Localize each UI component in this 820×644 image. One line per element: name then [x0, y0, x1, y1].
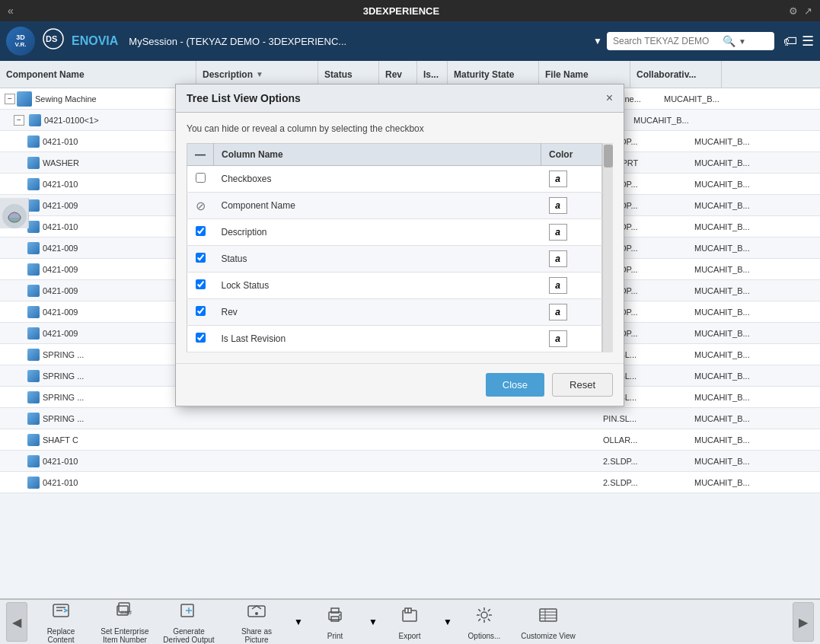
- print-dropdown-arrow[interactable]: ▼: [369, 617, 376, 627]
- col-header-name: Column Name: [214, 144, 541, 166]
- table-row[interactable]: SPRING ... PIN.SL... MUCAHIT_B...: [0, 408, 820, 429]
- search-input[interactable]: [613, 36, 719, 46]
- islast-checkbox[interactable]: [196, 333, 206, 343]
- set-enterprise-item-number-label: Set EnterpriseItem Number: [101, 627, 148, 644]
- component-icon: [27, 157, 40, 169]
- settings-icon[interactable]: ⚙: [789, 5, 798, 17]
- color-button[interactable]: a: [549, 277, 567, 294]
- bottom-toolbar: ◀ ReplaceContent ### Set EnterpriseItem …: [0, 598, 820, 644]
- table-row[interactable]: 0421-010 2.SLDP... MUCAHIT_B...: [0, 451, 820, 472]
- color-button[interactable]: a: [549, 250, 567, 267]
- list-item: ⊘ Component Name a: [187, 193, 602, 219]
- session-label: MySession - (TEKYAZ DEMO - 3DEXPERIENC..…: [129, 36, 585, 47]
- checkboxes-checkbox[interactable]: [196, 173, 206, 183]
- modal-header: Tree List View Options ×: [176, 84, 624, 113]
- external-icon[interactable]: ↗: [804, 5, 812, 17]
- expand-btn[interactable]: −: [14, 115, 24, 126]
- component-icon: [27, 413, 40, 425]
- color-button[interactable]: a: [549, 330, 567, 347]
- component-icon: [27, 178, 40, 190]
- modal-table-area: — Column Name Color: [187, 143, 613, 352]
- component-icon: [27, 327, 40, 340]
- color-button[interactable]: a: [549, 304, 567, 320]
- generate-derived-output-label: GenerateDerived Output: [163, 627, 214, 644]
- column-label: Is Last Revision: [222, 333, 286, 344]
- component-icon: [27, 135, 40, 148]
- replace-content-button[interactable]: ReplaceContent: [30, 602, 91, 642]
- filter-icon[interactable]: ▼: [256, 70, 263, 78]
- column-name-cell: Rev: [214, 299, 541, 326]
- checkbox-cell: [187, 246, 214, 273]
- component-icon: [27, 434, 40, 446]
- modal-scrollbar[interactable]: [602, 143, 613, 352]
- search-dropdown-icon[interactable]: ▼: [739, 37, 746, 46]
- print-button[interactable]: Print: [305, 602, 365, 642]
- svg-point-13: [339, 614, 340, 616]
- checkbox-cell: [187, 166, 214, 193]
- title-bar: « 3DEXPERIENCE ⚙ ↗: [0, 0, 820, 21]
- main-area: Component Name Description ▼ Status Rev …: [0, 61, 820, 598]
- list-item: Description a: [187, 219, 602, 246]
- modal-close-button[interactable]: ×: [606, 92, 613, 104]
- customize-view-button[interactable]: Customize View: [518, 602, 579, 642]
- hamburger-icon[interactable]: ☰: [802, 33, 814, 49]
- dash-icon: —: [195, 148, 206, 161]
- column-name-cell: Is Last Revision: [214, 326, 541, 352]
- color-cell: a: [541, 273, 602, 299]
- close-button[interactable]: Close: [486, 373, 544, 397]
- share-as-picture-button[interactable]: Share asPicture: [222, 602, 291, 642]
- export-dropdown-arrow[interactable]: ▼: [443, 617, 451, 627]
- component-icon: [27, 199, 40, 212]
- options-icon: [474, 604, 495, 630]
- lockstatus-checkbox[interactable]: [196, 279, 206, 289]
- modal-footer: Close Reset: [176, 363, 624, 406]
- color-button[interactable]: a: [549, 224, 567, 241]
- scrollbar-thumb[interactable]: [604, 145, 613, 167]
- color-cell: a: [541, 166, 602, 193]
- share-dropdown-arrow[interactable]: ▼: [294, 617, 302, 627]
- color-button[interactable]: a: [549, 197, 567, 214]
- column-name-cell: Description: [214, 219, 541, 246]
- svg-text:###: ###: [120, 609, 132, 617]
- search-icon: 🔍: [723, 35, 735, 47]
- svg-point-9: [255, 612, 258, 615]
- column-label: Status: [222, 253, 247, 264]
- column-label: Checkboxes: [222, 174, 272, 184]
- expand-btn[interactable]: −: [5, 94, 17, 104]
- color-cell: a: [541, 193, 602, 219]
- list-item: Checkboxes a: [187, 166, 602, 193]
- set-enterprise-item-number-button[interactable]: ### Set EnterpriseItem Number: [94, 602, 155, 642]
- color-button[interactable]: a: [549, 171, 567, 187]
- generate-derived-output-button[interactable]: GenerateDerived Output: [158, 602, 219, 642]
- options-label: Options...: [468, 632, 501, 640]
- column-name-cell: Checkboxes: [214, 166, 541, 193]
- export-label: Export: [399, 632, 421, 640]
- export-button[interactable]: Export: [379, 602, 440, 642]
- session-chevron[interactable]: ▼: [593, 36, 602, 46]
- status-checkbox[interactable]: [196, 253, 206, 263]
- rev-checkbox[interactable]: [196, 306, 206, 316]
- list-item: Status a: [187, 246, 602, 273]
- app-title: 3DEXPERIENCE: [14, 5, 789, 17]
- helmet-icon: [2, 204, 27, 228]
- reset-button[interactable]: Reset: [552, 373, 613, 397]
- nav-back-icon[interactable]: «: [8, 5, 14, 17]
- table-row[interactable]: 0421-010 2.SLDP... MUCAHIT_B...: [0, 472, 820, 493]
- share-icon: [246, 600, 267, 626]
- table-row[interactable]: SHAFT C OLLAR... MUCAHIT_B...: [0, 429, 820, 451]
- description-checkbox[interactable]: [196, 226, 206, 236]
- component-icon: [27, 477, 40, 489]
- options-button[interactable]: Options...: [454, 602, 515, 642]
- svg-rect-12: [331, 617, 339, 621]
- derived-icon: [178, 600, 199, 626]
- color-cell: a: [541, 299, 602, 326]
- toolbar-next-button[interactable]: ▶: [793, 602, 814, 642]
- columns-table: — Column Name Color: [187, 143, 602, 352]
- bookmark-icon[interactable]: 🏷: [783, 33, 797, 49]
- replace-content-label: ReplaceContent: [47, 627, 75, 644]
- svg-text:DS: DS: [46, 34, 57, 43]
- component-icon: [27, 306, 40, 318]
- col-header-toggle: —: [187, 144, 214, 166]
- item-number-icon: ###: [114, 600, 136, 626]
- toolbar-prev-button[interactable]: ◀: [6, 602, 27, 642]
